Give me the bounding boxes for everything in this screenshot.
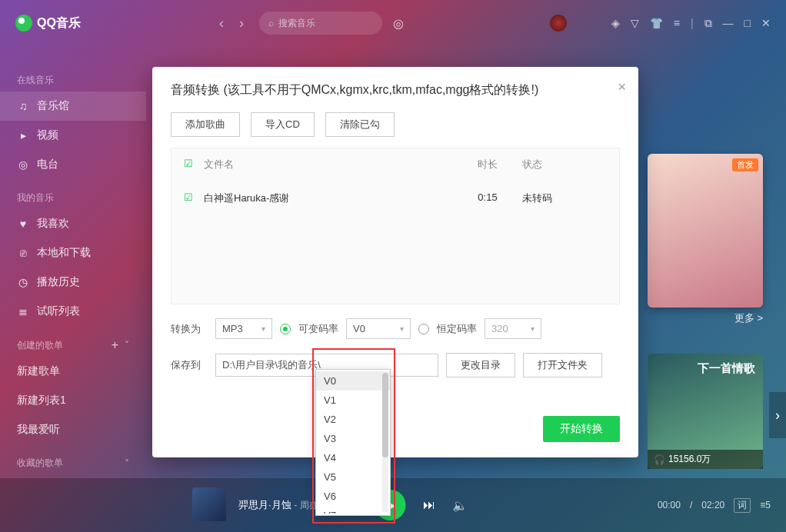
heart-icon: ♥: [17, 218, 29, 230]
titlebar: QQ音乐 ‹ › ⌕ 搜索音乐 ◎ ◈ ▽ 👕 ≡ | ⧉ — □ ✕: [0, 0, 786, 46]
sidebar-item-label: 播放历史: [37, 275, 80, 289]
carousel-next-icon[interactable]: ›: [769, 392, 786, 438]
maximize-icon[interactable]: □: [744, 17, 751, 29]
convert-to-label: 转换为: [171, 322, 208, 336]
cbr-select[interactable]: 320▾: [485, 318, 541, 339]
dropdown-option[interactable]: V6: [316, 487, 390, 506]
sidebar-item-local[interactable]: ⎚本地和下载: [0, 238, 146, 268]
nav-back-icon[interactable]: ‹: [219, 15, 224, 32]
next-track-icon[interactable]: ⏭: [423, 498, 435, 512]
volume-icon[interactable]: 🔈: [452, 498, 468, 513]
start-convert-button[interactable]: 开始转换: [543, 416, 620, 442]
menu-icon[interactable]: ≡: [674, 17, 680, 29]
time-current: 00:00: [658, 500, 681, 510]
dropdown-option[interactable]: V1: [316, 391, 390, 410]
music-icon: ♫: [17, 100, 29, 112]
search-input[interactable]: ⌕ 搜索音乐: [259, 12, 382, 35]
list-icon: ≣: [17, 305, 29, 318]
listen-recognize-icon[interactable]: ◎: [393, 16, 404, 31]
modal-close-icon[interactable]: ×: [618, 79, 626, 95]
premiere-badge: 首发: [732, 158, 758, 171]
app-name: QQ音乐: [37, 15, 81, 32]
dropdown-option[interactable]: V2: [316, 410, 390, 429]
file-table: ☑ 文件名 时长 状态 ☑ 白神遥Haruka-感谢 0:15 未转码: [171, 148, 620, 304]
row-checkbox[interactable]: ☑: [184, 191, 199, 205]
close-icon[interactable]: ✕: [761, 17, 771, 29]
dropdown-option[interactable]: V7: [316, 506, 390, 514]
queue-button[interactable]: ≡5: [760, 500, 771, 510]
sidebar-item-favorites[interactable]: ♥我喜欢: [0, 209, 146, 238]
monitor-icon: ⎚: [17, 247, 29, 259]
sidebar-item-label: 新建列表1: [17, 394, 66, 407]
clock-icon: ◷: [17, 276, 29, 288]
song-title[interactable]: 羿思月·月蚀: [238, 499, 291, 510]
change-dir-button[interactable]: 更改目录: [446, 353, 515, 377]
album-card[interactable]: 首发: [648, 154, 763, 308]
vbr-label[interactable]: 可变码率: [298, 322, 338, 336]
mini-mode-icon[interactable]: ⧉: [704, 17, 712, 30]
minimize-icon[interactable]: —: [723, 17, 734, 29]
sidebar-playlist-item[interactable]: 新建列表1: [0, 386, 146, 415]
message-icon[interactable]: ▽: [631, 17, 639, 29]
vbr-radio[interactable]: [280, 324, 291, 334]
col-status: 状态: [522, 158, 607, 171]
sidebar-item-label: 本地和下载: [37, 246, 91, 260]
sidebar-playlist-item[interactable]: 新建歌单: [0, 357, 146, 386]
vbr-select[interactable]: V0▾: [346, 318, 411, 339]
sidebar-item-label: 我喜欢: [37, 217, 69, 231]
lyrics-button[interactable]: 词: [734, 498, 751, 513]
sidebar-item-trial[interactable]: ≣试听列表: [0, 297, 146, 326]
file-row[interactable]: ☑ 白神遥Haruka-感谢 0:15 未转码: [172, 181, 619, 216]
import-cd-button[interactable]: 导入CD: [251, 112, 315, 137]
playlist-card-plays: 🎧 15156.0万: [648, 450, 763, 469]
row-status: 未转码: [522, 191, 607, 205]
cbr-label[interactable]: 恒定码率: [437, 322, 477, 336]
format-select[interactable]: MP3▾: [215, 318, 272, 339]
sidebar-item-label: 新建歌单: [17, 364, 60, 378]
skin-icon[interactable]: 👕: [650, 17, 663, 29]
cbr-radio[interactable]: [418, 324, 429, 334]
chevron-down-icon: ▾: [261, 324, 265, 333]
sidebar-item-radio[interactable]: ◎电台: [0, 150, 146, 179]
song-cover[interactable]: [192, 487, 226, 521]
nav-forward-icon[interactable]: ›: [239, 15, 244, 32]
chevron-down-icon: ▾: [531, 324, 535, 333]
vip-icon[interactable]: ◈: [611, 17, 620, 29]
clear-checked-button[interactable]: 清除已勾: [325, 112, 395, 137]
chevron-down-icon[interactable]: ˅: [125, 340, 129, 351]
chevron-down-icon: ▾: [400, 324, 404, 333]
add-playlist-icon[interactable]: +: [112, 338, 118, 352]
app-logo[interactable]: QQ音乐: [15, 15, 81, 32]
row-duration: 0:15: [453, 191, 522, 205]
playlist-card-title: 下一首情歌: [698, 361, 755, 376]
modal-title: 音频转换 (该工具不用于QMCx,kgmx,krc,tkm,mfac,mgg格式…: [171, 82, 620, 98]
col-filename: 文件名: [204, 158, 453, 171]
dropdown-scrollbar-thumb[interactable]: [382, 373, 388, 457]
dropdown-option[interactable]: V4: [316, 448, 390, 467]
more-link[interactable]: 更多 >: [734, 311, 763, 325]
playlist-card[interactable]: 下一首情歌 🎧 15156.0万: [648, 354, 763, 469]
dropdown-option[interactable]: V5: [316, 467, 390, 487]
sidebar-item-music-hall[interactable]: ♫音乐馆: [0, 91, 146, 121]
sidebar-item-label: 音乐馆: [37, 99, 69, 113]
sidebar-playlist-item[interactable]: 我最爱听: [0, 415, 146, 444]
select-all-checkbox[interactable]: ☑: [184, 158, 199, 171]
search-placeholder: 搜索音乐: [278, 17, 315, 30]
sidebar-section-mine: 我的音乐: [0, 187, 146, 209]
sidebar-section-collected: 收藏的歌单 ˅: [0, 452, 146, 474]
add-song-button[interactable]: 添加歌曲: [171, 112, 240, 137]
open-dir-button[interactable]: 打开文件夹: [523, 353, 602, 377]
save-to-label: 保存到: [171, 358, 208, 372]
dropdown-option[interactable]: V3: [316, 429, 390, 448]
user-avatar[interactable]: [550, 15, 567, 32]
search-icon: ⌕: [268, 18, 274, 28]
dropdown-option[interactable]: V0: [316, 371, 390, 391]
sidebar-item-video[interactable]: ▸视频: [0, 121, 146, 150]
user-name[interactable]: [578, 16, 601, 30]
chevron-down-icon[interactable]: ˅: [125, 458, 129, 469]
sidebar-item-history[interactable]: ◷播放历史: [0, 268, 146, 297]
radio-icon: ◎: [17, 158, 29, 171]
headphone-icon: 🎧: [654, 454, 665, 465]
col-duration: 时长: [453, 158, 522, 171]
sidebar-item-label: 试听列表: [37, 304, 80, 318]
